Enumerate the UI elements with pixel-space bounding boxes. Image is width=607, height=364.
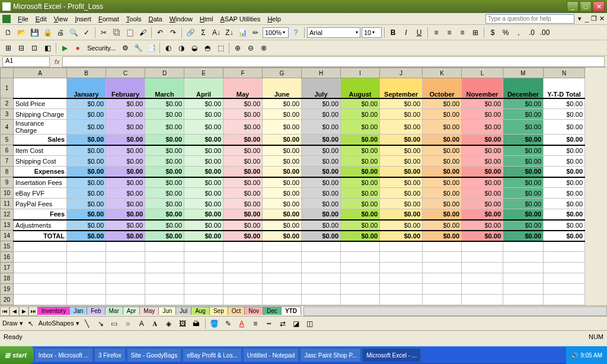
- cell[interactable]: $0.00: [423, 145, 462, 156]
- cell[interactable]: $0.00: [184, 120, 223, 135]
- cell[interactable]: [223, 273, 263, 284]
- cell[interactable]: $0.00: [106, 135, 145, 145]
- cell[interactable]: $0.00: [462, 199, 503, 209]
- currency-button[interactable]: $: [487, 27, 499, 39]
- tb2-btn7[interactable]: ⚙: [119, 42, 131, 54]
- col-header-F[interactable]: F: [223, 68, 263, 78]
- cell[interactable]: $0.00: [302, 156, 341, 167]
- run-macro-button[interactable]: ▶: [59, 42, 71, 54]
- row-label[interactable]: Sales: [14, 135, 67, 145]
- fx-icon[interactable]: fx: [55, 58, 60, 65]
- row-header-7[interactable]: 7: [1, 156, 14, 167]
- cell[interactable]: $0.00: [462, 109, 503, 120]
- cell[interactable]: [67, 252, 106, 263]
- col-header-H[interactable]: H: [302, 68, 341, 78]
- cell[interactable]: [462, 263, 503, 273]
- font-color-button[interactable]: A: [236, 318, 248, 330]
- sheet-tab-jan[interactable]: Jan: [69, 306, 87, 315]
- merge-center-button[interactable]: ⊞: [469, 27, 481, 39]
- cell[interactable]: $0.00: [423, 135, 462, 145]
- cell[interactable]: $0.00: [380, 177, 423, 188]
- cell[interactable]: [223, 284, 263, 295]
- cell[interactable]: $0.00: [223, 188, 263, 199]
- autosum-button[interactable]: Σ: [197, 27, 209, 39]
- cell[interactable]: $0.00: [106, 188, 145, 199]
- cell[interactable]: $0.00: [341, 135, 380, 145]
- cell[interactable]: [223, 252, 263, 263]
- col-header-D[interactable]: D: [145, 68, 184, 78]
- col-header-E[interactable]: E: [184, 68, 223, 78]
- cell[interactable]: $0.00: [263, 120, 302, 135]
- cell[interactable]: [145, 252, 184, 263]
- redo-button[interactable]: ↷: [167, 27, 179, 39]
- row-header-17[interactable]: 17: [1, 263, 14, 273]
- cell[interactable]: $0.00: [184, 231, 223, 241]
- cell[interactable]: [302, 241, 341, 252]
- align-right-button[interactable]: ≡: [456, 27, 468, 39]
- cell[interactable]: $0.00: [67, 199, 106, 209]
- cell[interactable]: $0.00: [67, 177, 106, 188]
- line-button[interactable]: ╲: [81, 318, 93, 330]
- cell[interactable]: $0.00: [544, 209, 585, 220]
- month-header[interactable]: November: [462, 78, 503, 98]
- tab-nav-last[interactable]: ⏭: [28, 306, 38, 316]
- cell[interactable]: $0.00: [423, 199, 462, 209]
- shadow-button[interactable]: ◪: [290, 318, 302, 330]
- cell[interactable]: [544, 241, 585, 252]
- col-header-N[interactable]: N: [544, 68, 585, 78]
- cell[interactable]: $0.00: [462, 135, 503, 145]
- cell[interactable]: [423, 295, 462, 305]
- cell[interactable]: $0.00: [263, 167, 302, 177]
- cell[interactable]: [67, 263, 106, 273]
- format-painter-button[interactable]: 🖌: [137, 27, 149, 39]
- cell[interactable]: $0.00: [423, 98, 462, 109]
- cell[interactable]: $0.00: [503, 145, 544, 156]
- cell[interactable]: [503, 273, 544, 284]
- row-header-18[interactable]: 18: [1, 273, 14, 284]
- row-header-6[interactable]: 6: [1, 145, 14, 156]
- cell[interactable]: $0.00: [503, 209, 544, 220]
- sort-desc-button[interactable]: Z↓: [223, 27, 235, 39]
- row-label[interactable]: Shipping Cost: [14, 156, 67, 167]
- cell[interactable]: $0.00: [503, 188, 544, 199]
- sheet-tab-inventory[interactable]: Inventory: [37, 306, 70, 315]
- cell[interactable]: [544, 263, 585, 273]
- cell[interactable]: [462, 252, 503, 263]
- cell[interactable]: $0.00: [263, 145, 302, 156]
- cell[interactable]: $0.00: [302, 109, 341, 120]
- cell[interactable]: $0.00: [263, 177, 302, 188]
- cell[interactable]: $0.00: [423, 209, 462, 220]
- menu-data[interactable]: Data: [145, 14, 165, 24]
- cell[interactable]: [341, 252, 380, 263]
- month-header[interactable]: March: [145, 78, 184, 98]
- cell[interactable]: $0.00: [106, 109, 145, 120]
- sheet-tab-oct[interactable]: Oct: [228, 306, 245, 315]
- sheet-tab-feb[interactable]: Feb: [87, 306, 105, 315]
- cell[interactable]: [145, 295, 184, 305]
- security-button[interactable]: Security...: [85, 44, 118, 52]
- name-box[interactable]: A1: [2, 56, 50, 67]
- cell[interactable]: [462, 241, 503, 252]
- taskbar-item[interactable]: 3 Firefox: [94, 348, 126, 362]
- row-header-11[interactable]: 11: [1, 199, 14, 209]
- cell[interactable]: [184, 263, 223, 273]
- cell[interactable]: $0.00: [380, 145, 423, 156]
- cell[interactable]: [302, 284, 341, 295]
- taskbar-item[interactable]: Jasc Paint Shop P...: [300, 348, 361, 362]
- cell[interactable]: $0.00: [380, 120, 423, 135]
- sheet-tab-dec[interactable]: Dec: [263, 306, 282, 315]
- cell[interactable]: $0.00: [184, 209, 223, 220]
- font-size-combo[interactable]: 10▾: [362, 27, 382, 38]
- cell[interactable]: $0.00: [67, 209, 106, 220]
- row-header-2[interactable]: 2: [1, 98, 14, 109]
- cell[interactable]: [380, 295, 423, 305]
- cell[interactable]: $0.00: [302, 231, 341, 241]
- tb2-btn12[interactable]: ◒: [189, 42, 200, 54]
- cell[interactable]: [106, 263, 145, 273]
- row-header-12[interactable]: 12: [1, 209, 14, 220]
- cell[interactable]: $0.00: [106, 167, 145, 177]
- cell[interactable]: $0.00: [462, 188, 503, 199]
- cell[interactable]: $0.00: [302, 145, 341, 156]
- doc-close-button[interactable]: ✕: [599, 15, 605, 23]
- month-header[interactable]: June: [263, 78, 302, 98]
